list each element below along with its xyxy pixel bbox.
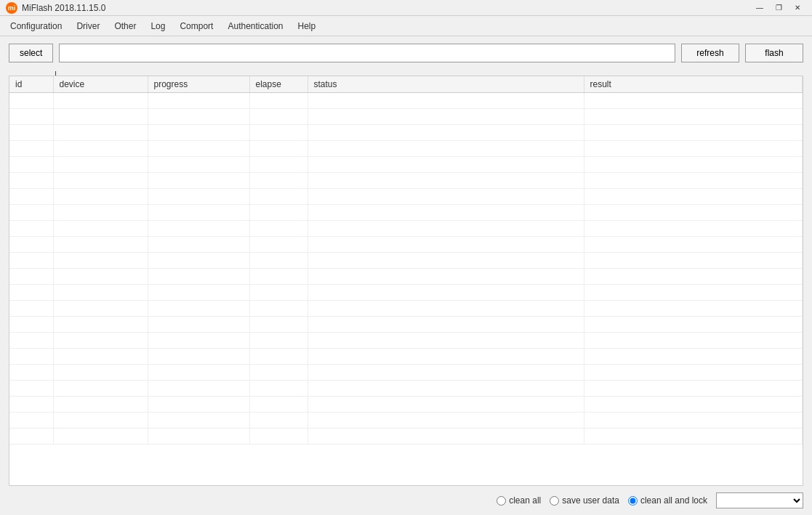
clean-all-lock-option[interactable]: clean all and lock (628, 495, 707, 506)
table-cell (584, 317, 803, 333)
table-cell (53, 269, 148, 285)
save-user-data-option[interactable]: save user data (550, 495, 619, 506)
table-cell (53, 381, 148, 397)
table-cell (148, 205, 249, 221)
table-cell (148, 173, 249, 189)
table-cell (148, 125, 249, 141)
table-cell (307, 237, 584, 253)
table-cell (249, 349, 307, 365)
table-cell (249, 141, 307, 157)
table-row (9, 349, 803, 365)
cursor-line: | (0, 70, 812, 76)
table-cell (9, 333, 53, 349)
table-cell (249, 413, 307, 429)
device-table-container: id device progress elapse status result (9, 76, 803, 486)
table-cell (53, 333, 148, 349)
table-cell (307, 125, 584, 141)
table-cell (148, 253, 249, 269)
select-button[interactable]: select (9, 44, 53, 62)
menu-item-other[interactable]: Other (107, 16, 143, 36)
table-cell (9, 381, 53, 397)
table-cell (584, 125, 803, 141)
refresh-button[interactable]: refresh (681, 44, 739, 62)
table-cell (249, 397, 307, 413)
table-cell (307, 269, 584, 285)
table-cell (249, 381, 307, 397)
menu-item-configuration[interactable]: Configuration (3, 16, 69, 36)
table-cell (9, 397, 53, 413)
minimize-button[interactable]: — (751, 1, 768, 15)
table-cell (148, 269, 249, 285)
clean-all-lock-radio[interactable] (628, 496, 638, 506)
flash-button[interactable]: flash (745, 44, 803, 62)
table-cell (53, 253, 148, 269)
clean-all-label: clean all (509, 495, 541, 506)
table-cell (53, 221, 148, 237)
restore-button[interactable]: ❐ (770, 1, 787, 15)
table-cell (307, 157, 584, 173)
col-header-id: id (9, 76, 53, 93)
table-cell (9, 365, 53, 381)
table-cell (307, 365, 584, 381)
table-cell (584, 397, 803, 413)
menu-item-log[interactable]: Log (143, 16, 172, 36)
save-user-data-radio[interactable] (550, 496, 559, 506)
table-cell (148, 301, 249, 317)
table-cell (53, 141, 148, 157)
table-cell (9, 189, 53, 205)
table-cell (307, 285, 584, 301)
table-cell (249, 93, 307, 109)
table-cell (584, 381, 803, 397)
table-row (9, 365, 803, 381)
table-cell (9, 157, 53, 173)
table-cell (249, 173, 307, 189)
table-cell (9, 317, 53, 333)
menu-item-driver[interactable]: Driver (69, 16, 107, 36)
path-input[interactable] (59, 44, 675, 62)
table-cell (9, 349, 53, 365)
app-icon-label: mi (8, 4, 16, 12)
table-row (9, 125, 803, 141)
table-cell (148, 141, 249, 157)
table-cell (53, 301, 148, 317)
mode-select[interactable] (716, 492, 803, 508)
table-cell (148, 189, 249, 205)
menu-item-comport[interactable]: Comport (172, 16, 220, 36)
toolbar: select refresh flash (0, 36, 812, 70)
table-cell (584, 141, 803, 157)
clean-all-option[interactable]: clean all (497, 495, 541, 506)
clean-all-radio[interactable] (497, 496, 506, 506)
table-header-row: id device progress elapse status result (9, 76, 803, 93)
table-cell (584, 269, 803, 285)
app-icon: mi (6, 2, 17, 14)
table-cell (53, 429, 148, 445)
table-cell (307, 141, 584, 157)
table-cell (53, 413, 148, 429)
table-cell (9, 125, 53, 141)
menu-item-help[interactable]: Help (291, 16, 323, 36)
table-cell (584, 333, 803, 349)
table-cell (584, 429, 803, 445)
table-cell (148, 237, 249, 253)
table-cell (307, 221, 584, 237)
table-cell (148, 365, 249, 381)
table-row (9, 221, 803, 237)
table-cell (249, 221, 307, 237)
close-button[interactable]: ✕ (789, 1, 806, 15)
table-row (9, 205, 803, 221)
table-cell (307, 413, 584, 429)
table-row (9, 413, 803, 429)
save-user-data-label: save user data (562, 495, 619, 506)
table-cell (249, 285, 307, 301)
table-cell (307, 333, 584, 349)
table-cell (9, 221, 53, 237)
table-cell (307, 93, 584, 109)
menu-item-authentication[interactable]: Authentication (220, 16, 290, 36)
table-cell (53, 285, 148, 301)
table-row (9, 269, 803, 285)
table-cell (249, 125, 307, 141)
table-cell (584, 253, 803, 269)
table-row (9, 109, 803, 125)
table-cell (148, 413, 249, 429)
table-cell (584, 413, 803, 429)
